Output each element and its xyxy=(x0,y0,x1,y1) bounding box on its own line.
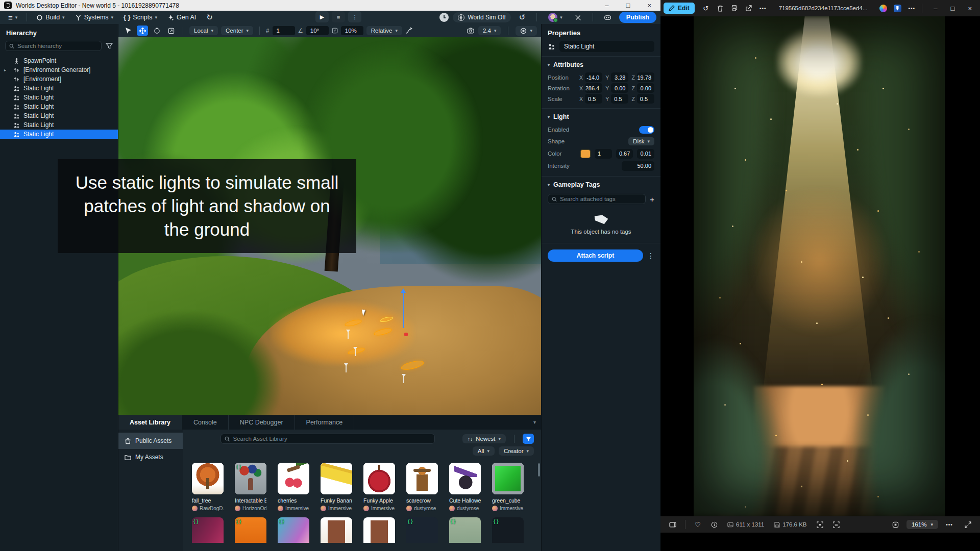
account-menu[interactable]: ▾ xyxy=(544,11,567,23)
expand-caret-icon[interactable]: ▸ xyxy=(4,68,6,72)
hierarchy-item-environment[interactable]: [Environment] xyxy=(0,74,118,84)
more-options-button[interactable]: ••• xyxy=(756,2,770,14)
designer-button[interactable] xyxy=(890,2,904,14)
gameplay-tags-section-header[interactable]: ▾ Gameplay Tags xyxy=(542,176,660,192)
asset-thumbnail[interactable]: { } xyxy=(492,517,524,543)
scripts-menu[interactable]: { } Scripts ▾ xyxy=(119,12,161,22)
sidebar-item-public-assets[interactable]: Public Assets xyxy=(118,433,183,449)
stop-button[interactable]: ■ xyxy=(332,11,345,22)
position-y-input[interactable]: 3.28 xyxy=(611,72,628,82)
node-path-icon[interactable] xyxy=(405,27,412,34)
asset-card[interactable]: { } Interactable B... HorizonOd... xyxy=(235,463,266,511)
main-menu-button[interactable]: ≡ ▾ xyxy=(4,12,21,23)
snap-mode-dropdown[interactable]: Relative ▾ xyxy=(366,26,402,35)
print-button[interactable] xyxy=(727,2,742,14)
position-x-input[interactable]: -14.0 xyxy=(585,72,602,82)
entity-name-field[interactable]: Static Light xyxy=(559,41,654,52)
undo-button[interactable]: ↺ xyxy=(515,11,530,23)
hierarchy-item-static-light[interactable]: Static Light xyxy=(0,93,118,102)
move-tool[interactable] xyxy=(137,26,148,36)
info-button[interactable] xyxy=(707,518,721,531)
ocr-button[interactable] xyxy=(829,518,844,531)
asset-library-search-input[interactable] xyxy=(233,436,431,442)
grid-snap-value[interactable]: 1 xyxy=(273,26,295,35)
minimize-button[interactable]: – xyxy=(605,0,608,11)
panel-collapse-icon[interactable]: ▾ xyxy=(533,419,541,425)
filter-type-dropdown[interactable]: All ▾ xyxy=(473,446,495,456)
hierarchy-item-spawnpoint[interactable]: SpawnPoint xyxy=(0,56,118,65)
color-v-input[interactable]: 0.01 xyxy=(637,149,654,159)
play-button[interactable]: ▶ xyxy=(315,11,329,22)
add-tag-button[interactable]: + xyxy=(650,195,654,204)
asset-card[interactable]: Cute Hallowe... dustyrose xyxy=(449,463,481,511)
rotation-z-input[interactable]: -0.00 xyxy=(637,83,654,93)
asset-card[interactable]: green_cube Immersive... xyxy=(492,463,524,511)
hierarchy-item-static-light[interactable]: Static Light xyxy=(0,111,118,120)
pivot-dropdown[interactable]: Center ▾ xyxy=(221,26,253,35)
publish-button[interactable]: Publish xyxy=(619,12,656,23)
position-z-input[interactable]: 19.78 xyxy=(637,72,654,82)
light-enabled-toggle[interactable] xyxy=(639,126,654,134)
tab-console[interactable]: Console xyxy=(182,415,229,430)
filter-funnel-icon[interactable] xyxy=(106,42,113,49)
rotation-x-input[interactable]: 286.4 xyxy=(585,83,602,93)
maximize-button[interactable]: □ xyxy=(626,0,630,11)
hierarchy-item-static-light[interactable]: Static Light xyxy=(0,120,118,130)
select-tool[interactable] xyxy=(122,26,134,36)
sidebar-item-my-assets[interactable]: My Assets xyxy=(118,449,183,465)
delete-button[interactable] xyxy=(713,2,727,14)
tags-search[interactable] xyxy=(548,194,646,204)
world-time-button[interactable] xyxy=(439,13,449,22)
asset-thumbnail[interactable]: { } xyxy=(192,517,224,543)
asset-card[interactable]: scarecrow dustyrose xyxy=(406,463,438,511)
gizmo-origin-handle[interactable] xyxy=(404,333,408,336)
playback-options-button[interactable]: ⋮ xyxy=(348,11,361,22)
rotate-snap-field[interactable]: ∠ 10° xyxy=(298,26,329,35)
coordinate-space-dropdown[interactable]: Local ▾ xyxy=(189,26,218,35)
sort-dropdown[interactable]: ↑↓ Newest ▾ xyxy=(462,434,506,443)
filmstrip-button[interactable] xyxy=(666,518,680,531)
copilot-button[interactable] xyxy=(876,2,890,14)
asset-thumbnail[interactable] xyxy=(321,517,352,543)
scale-snap-field[interactable]: 10% xyxy=(332,26,363,35)
share-button[interactable] xyxy=(742,2,756,14)
gen-ai-menu[interactable]: Gen AI xyxy=(163,12,200,22)
fit-to-window-button[interactable] xyxy=(888,518,902,531)
attributes-section-header[interactable]: ▾ Attributes xyxy=(542,56,660,72)
tab-asset-library[interactable]: Asset Library xyxy=(118,415,182,430)
favorite-button[interactable]: ♡ xyxy=(691,518,705,531)
systems-menu[interactable]: Systems ▾ xyxy=(71,12,117,22)
asset-card[interactable]: Funky Apple Immersive... xyxy=(363,463,395,511)
hierarchy-item-environment-generator[interactable]: ▸ [Environment Generator] xyxy=(0,65,118,74)
camera-icon[interactable] xyxy=(467,28,474,34)
render-settings-dropdown[interactable]: ▾ xyxy=(516,26,537,36)
maximize-button[interactable]: □ xyxy=(951,5,955,12)
hierarchy-item-static-light-selected[interactable]: Static Light xyxy=(0,130,118,139)
close-button[interactable]: × xyxy=(968,5,972,12)
scale-tool[interactable] xyxy=(165,26,177,36)
grid-snap-field[interactable]: # 1 xyxy=(266,26,295,35)
tab-npc-debugger[interactable]: NPC Debugger xyxy=(229,415,295,430)
asset-grid-scrollbar[interactable] xyxy=(538,463,540,477)
scale-x-input[interactable]: 0.5 xyxy=(585,94,602,104)
visual-search-button[interactable] xyxy=(813,518,827,531)
hierarchy-search[interactable] xyxy=(5,41,102,51)
rotate-snap-value[interactable]: 10° xyxy=(306,26,329,35)
asset-card[interactable]: Funky Banana Immersive... xyxy=(321,463,352,511)
asset-thumbnail[interactable]: { } xyxy=(235,517,266,543)
minimize-button[interactable]: – xyxy=(934,5,937,12)
world-sim-toggle[interactable]: World Sim Off xyxy=(453,12,510,22)
asset-thumbnail[interactable]: { } xyxy=(278,517,309,543)
hierarchy-search-input[interactable] xyxy=(17,43,97,49)
rotate-button[interactable]: ↺ xyxy=(699,2,713,14)
light-section-header[interactable]: ▾ Light xyxy=(542,108,660,124)
refresh-button[interactable]: ↻ xyxy=(202,11,217,23)
color-swatch[interactable] xyxy=(580,149,591,158)
intensity-input[interactable]: 50.00 xyxy=(622,161,654,171)
fullscreen-button[interactable] xyxy=(961,518,975,531)
scale-snap-value[interactable]: 10% xyxy=(341,26,363,35)
more-menu-button[interactable]: ••• xyxy=(904,2,919,14)
hierarchy-item-static-light[interactable]: Static Light xyxy=(0,84,118,93)
color-h-input[interactable]: 1 xyxy=(595,149,612,159)
filter-creator-dropdown[interactable]: Creator ▾ xyxy=(499,446,534,456)
